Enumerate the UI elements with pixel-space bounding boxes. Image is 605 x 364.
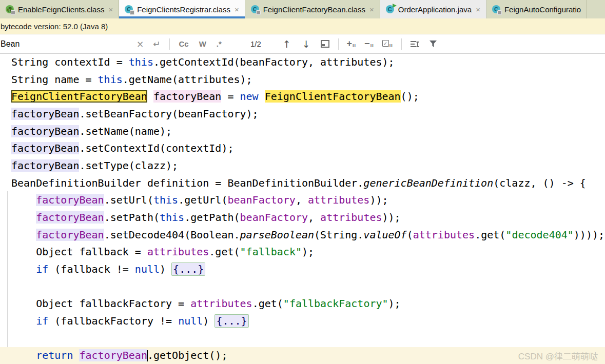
toolbar-divider <box>169 38 170 50</box>
code-line: factoryBean.setName(name); <box>0 123 605 140</box>
toolbar-divider <box>401 38 402 50</box>
active-tab-underline <box>119 16 245 18</box>
regex-toggle[interactable]: .* <box>217 39 222 48</box>
code-line: factoryBean.setPath(this.getPath(beanFac… <box>0 209 605 227</box>
code-line: Object fallback = attributes.get("fallba… <box>0 244 605 261</box>
code-line: if (fallbackFactory != null) {...} <box>0 313 605 330</box>
code-line: FeignClientFactoryBean factoryBean = new… <box>0 88 605 106</box>
notification-text: bytecode version: 52.0 (Java 8) <box>1 22 108 31</box>
folded-code-region[interactable]: {...} <box>215 315 248 327</box>
clear-search-icon[interactable]: × <box>136 39 144 49</box>
code-line: String name = this.getName(attributes); <box>0 71 605 89</box>
code-line: String contextId = this.getContextId(bea… <box>0 54 605 71</box>
select-all-occurrences-icon[interactable]: ✓ II <box>382 39 393 48</box>
remove-occurrence-icon[interactable]: − II <box>364 39 374 48</box>
annotation-icon: @ <box>6 5 14 14</box>
match-counter: 1/2 <box>250 39 261 48</box>
tab-enablefeignclients-class[interactable]: @EnableFeignClients.class× <box>0 0 119 18</box>
previous-occurrence-icon[interactable]: ↑ <box>283 38 291 50</box>
code-line: factoryBean.setDecode404(Boolean.parseBo… <box>0 227 605 244</box>
tab-label: OrderApplication.java <box>398 5 472 14</box>
match-case-toggle[interactable]: Cc <box>179 39 189 48</box>
next-occurrence-icon[interactable]: ↓ <box>302 38 310 50</box>
folded-code-region[interactable]: {...} <box>172 263 205 275</box>
tab-label: FeignAutoConfiguratio <box>504 5 581 14</box>
lock-badge-icon <box>497 10 502 15</box>
close-tab-icon[interactable]: × <box>476 5 480 14</box>
toolbar-divider <box>338 38 339 50</box>
tab-label: FeignClientsRegistrar.class <box>137 5 230 14</box>
code-line: Object fallbackFactory = attributes.get(… <box>0 295 605 313</box>
filter-funnel-icon[interactable] <box>429 40 437 48</box>
code-line <box>0 330 605 348</box>
add-occurrence-icon[interactable]: + II <box>347 39 357 48</box>
run-badge-icon <box>393 4 397 8</box>
search-match-highlight: FeignClientFactoryBean <box>265 90 401 103</box>
bytecode-notification-bar: bytecode version: 52.0 (Java 8) <box>0 18 605 34</box>
filter-lines-icon[interactable] <box>411 41 420 48</box>
tab-label: FeignClientFactoryBean.class <box>263 5 365 14</box>
close-tab-icon[interactable]: × <box>369 5 374 14</box>
search-input[interactable]: Bean <box>1 39 132 49</box>
lock-badge-icon <box>11 10 15 15</box>
code-editor[interactable]: String contextId = this.getContextId(bea… <box>0 54 605 364</box>
watermark: CSDN @律二萌萌哒 <box>518 351 598 362</box>
code-line: factoryBean.setContextId(contextId); <box>0 140 605 157</box>
tab-feignautoconfiguratio[interactable]: CFeignAutoConfiguratio <box>486 0 587 18</box>
code-line: if (fallback != null) {...} <box>0 261 605 278</box>
tab-feignclientsregistrar-class[interactable]: CFeignClientsRegistrar.class× <box>119 0 245 18</box>
code-line: BeanDefinitionBuilder definition = BeanD… <box>0 175 605 192</box>
code-line: factoryBean.setBeanFactory(beanFactory); <box>0 106 605 123</box>
class-run-icon: C <box>386 5 395 14</box>
code-line: factoryBean.setUrl(this.getUrl(beanFacto… <box>0 192 605 209</box>
close-tab-icon[interactable]: × <box>108 5 113 14</box>
search-match-highlight: FeignClientFactoryBean <box>11 90 147 103</box>
find-toolbar: Bean × ↵ Cc W .* 1/2 ↑ ↓ + II − II ✓ II <box>0 34 605 54</box>
tab-orderapplication-java[interactable]: COrderApplication.java× <box>380 0 486 18</box>
code-line: factoryBean.setType(clazz); <box>0 157 605 175</box>
lock-badge-icon <box>130 10 134 15</box>
code-line <box>0 278 605 296</box>
tab-feignclientfactorybean-class[interactable]: CFeignClientFactoryBean.class× <box>245 0 380 18</box>
new-line-icon[interactable]: ↵ <box>153 39 160 49</box>
class-icon: C <box>251 5 260 14</box>
open-in-find-window-icon[interactable] <box>321 40 329 48</box>
editor-tab-bar: @EnableFeignClients.class×CFeignClientsR… <box>0 0 605 18</box>
code-line: return factoryBean.getObject(); <box>0 347 605 364</box>
lock-badge-icon <box>256 10 261 15</box>
words-toggle[interactable]: W <box>199 39 206 48</box>
close-tab-icon[interactable]: × <box>235 5 239 14</box>
class-icon: C <box>492 5 501 14</box>
class-icon: C <box>125 5 133 14</box>
indent-guide <box>7 191 8 347</box>
tab-label: EnableFeignClients.class <box>18 5 104 14</box>
